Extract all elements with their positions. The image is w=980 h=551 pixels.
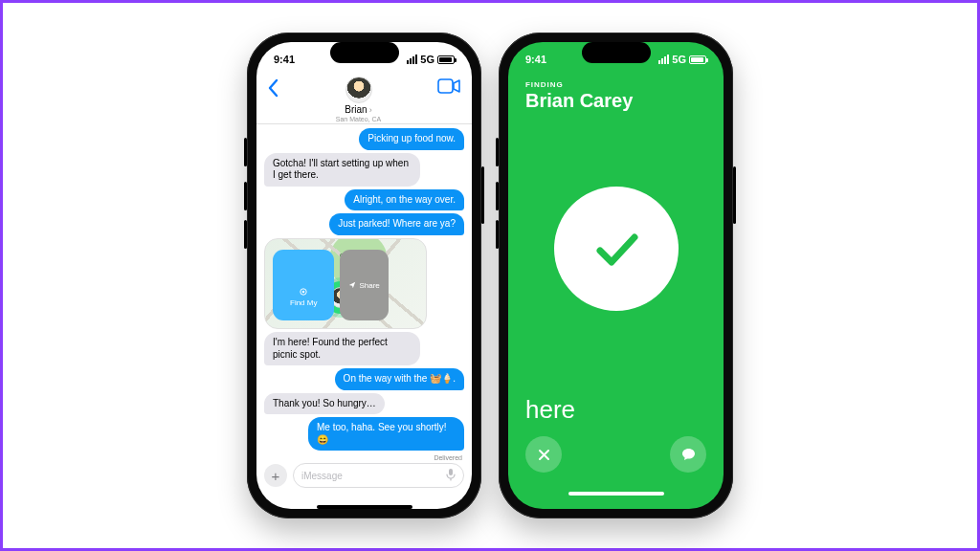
location-arrow-icon [348,281,356,289]
svg-point-2 [302,291,305,294]
messages-app: 9:41 5G Brian› San Mateo, CA [256,42,472,509]
findmy-icon [300,288,307,296]
battery-icon [689,55,706,64]
svg-rect-0 [438,79,453,93]
iphone-findmy: 9:41 5G FINDING Brian Carey [499,33,733,518]
finding-indicator [525,102,706,395]
status-time: 9:41 [274,54,295,65]
message-out[interactable]: Me too, haha. See you shortly! 😄 [308,417,464,451]
message-input[interactable]: iMessage [293,463,464,488]
battery-icon [437,55,455,64]
finding-label: FINDING [525,80,706,89]
chevron-right-icon: › [369,105,372,115]
finding-status: here [525,395,706,425]
promo-frame: 9:41 5G Brian› San Mateo, CA [0,0,980,551]
message-out[interactable]: Alright, on the way over. [345,189,464,211]
cellular-icon [407,55,417,64]
checkmark-circle-icon [554,187,679,311]
message-in[interactable]: Gotcha! I'll start setting up when I get… [264,153,420,187]
iphone-messages: 9:41 5G Brian› San Mateo, CA [247,33,481,518]
status-time: 9:41 [525,54,546,65]
home-indicator[interactable] [317,505,412,509]
network-label: 5G [672,54,686,65]
contact-header[interactable]: Brian› San Mateo, CA [336,77,381,122]
mic-icon [446,468,456,483]
network-label: 5G [420,54,434,65]
speech-bubble-icon [680,447,697,463]
close-icon [537,448,551,462]
dynamic-island [330,42,399,63]
message-out[interactable]: Just parked! Where are ya? [329,213,464,235]
plus-icon: + [272,468,280,484]
cellular-icon [658,55,669,64]
input-placeholder: iMessage [301,471,343,481]
composer: + iMessage [256,461,472,497]
close-button[interactable] [525,436,562,473]
message-out[interactable]: On the way with the 🧺🍦. [335,368,464,390]
svg-rect-3 [449,469,453,475]
chevron-left-icon [266,78,279,98]
facetime-button[interactable] [437,77,460,98]
add-button[interactable]: + [264,464,287,487]
message-button[interactable] [670,436,706,473]
message-in[interactable]: Thank you! So hungry… [264,393,385,415]
home-indicator[interactable] [568,492,664,496]
contact-name: Brian [345,104,367,115]
findmy-app: 9:41 5G FINDING Brian Carey [508,42,724,509]
back-button[interactable] [266,77,279,103]
message-out[interactable]: Picking up food now. [359,128,464,150]
findmy-button[interactable]: Find My [273,250,334,320]
location-card[interactable]: Central Park andJapanese Garden Find My … [264,238,427,330]
contact-location: San Mateo, CA [336,116,381,122]
share-button[interactable]: Share [340,250,388,320]
message-thread[interactable]: Picking up food now. Gotcha! I'll start … [256,124,472,461]
dynamic-island [582,42,651,63]
delivered-label: Delivered [434,454,462,461]
avatar [345,77,372,103]
video-icon [437,78,460,94]
message-in[interactable]: I'm here! Found the perfect picnic spot. [264,332,420,365]
